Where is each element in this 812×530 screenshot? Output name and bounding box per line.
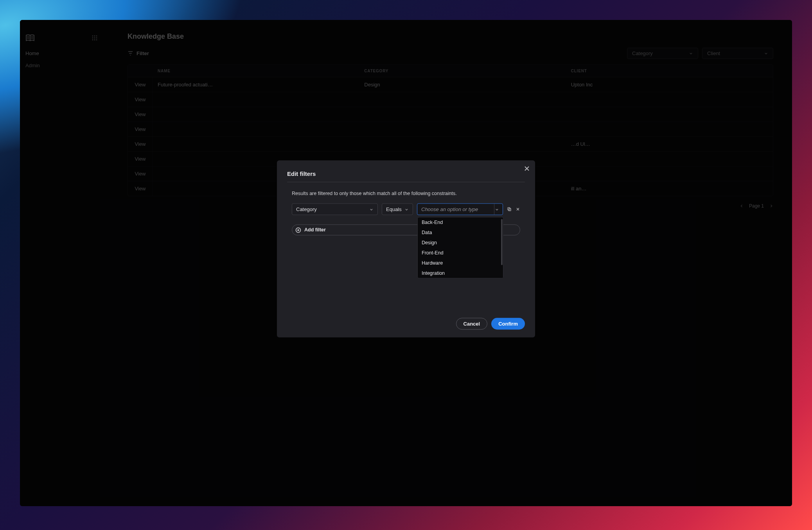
app-window: Home Admin Knowledge Base Filter Categor…	[20, 20, 792, 506]
chevron-down-icon	[495, 207, 499, 211]
svg-rect-10	[508, 208, 510, 210]
chevron-down-icon	[404, 207, 409, 211]
filter-value-placeholder: Choose an option or type	[421, 206, 478, 212]
filter-operator-select[interactable]: Equals	[382, 203, 413, 215]
confirm-button[interactable]: Confirm	[491, 318, 525, 329]
edit-filters-modal: Edit filters Results are filtered to onl…	[277, 160, 535, 337]
svg-rect-9	[508, 208, 511, 211]
option-data[interactable]: Data	[418, 227, 501, 238]
dropdown-scrollbar[interactable]	[501, 217, 503, 278]
filter-value-combobox[interactable]: Choose an option or type Back-EndDataDes…	[417, 203, 503, 215]
filter-row: Category Equals Choose an option or type…	[287, 203, 525, 215]
duplicate-filter-icon[interactable]	[507, 206, 512, 212]
option-design[interactable]: Design	[418, 238, 501, 248]
remove-filter-icon[interactable]	[516, 206, 520, 212]
modal-hint: Results are filtered to only those which…	[287, 191, 525, 196]
option-front-end[interactable]: Front-End	[418, 248, 501, 258]
plus-circle-icon	[295, 227, 301, 233]
filter-value-dropdown: Back-EndDataDesignFront-EndHardwareInteg…	[417, 217, 503, 278]
chevron-down-icon	[369, 207, 374, 211]
option-hardware[interactable]: Hardware	[418, 258, 501, 268]
cancel-button[interactable]: Cancel	[456, 318, 488, 329]
close-icon[interactable]	[523, 165, 530, 172]
option-back-end[interactable]: Back-End	[418, 217, 501, 227]
filter-field-select[interactable]: Category	[292, 203, 378, 215]
modal-title: Edit filters	[287, 170, 525, 177]
option-integration[interactable]: Integration	[418, 268, 501, 278]
